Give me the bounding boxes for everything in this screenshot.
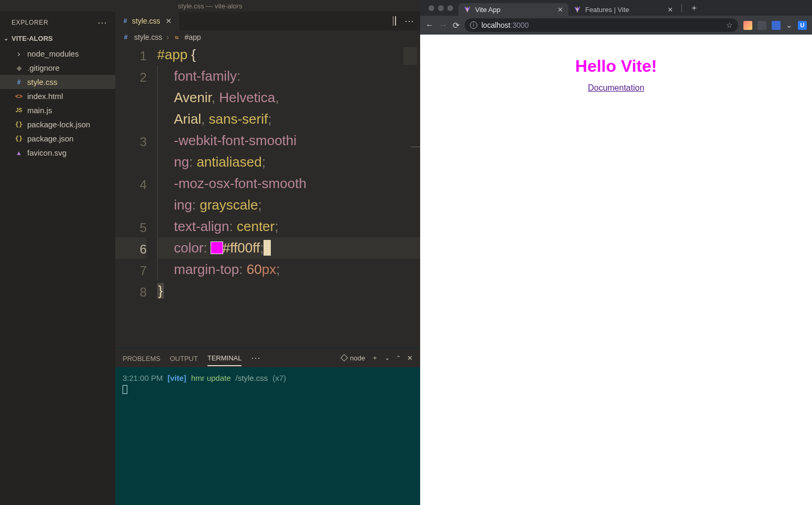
- html-icon: <>: [15, 92, 23, 101]
- file-label: main.js: [27, 106, 52, 115]
- new-terminal-icon[interactable]: ＋: [371, 353, 378, 363]
- address-bar[interactable]: i localhost:3000 ☆: [465, 18, 738, 32]
- breadcrumb-symbol[interactable]: #app: [184, 33, 201, 41]
- maximize-panel-icon[interactable]: ⌃: [396, 355, 401, 361]
- back-button[interactable]: ←: [425, 20, 434, 30]
- file-package-json[interactable]: {}package.json: [0, 131, 115, 146]
- file-label: style.css: [27, 78, 58, 86]
- new-tab-button[interactable]: ＋: [685, 1, 704, 16]
- css-file-icon: #: [122, 17, 129, 25]
- tab-output[interactable]: OUTPUT: [170, 350, 197, 366]
- file-label: package.json: [27, 134, 73, 143]
- vite-favicon-icon: [464, 6, 471, 13]
- explorer-more-icon[interactable]: ⋯: [97, 17, 108, 28]
- extension-icon[interactable]: [758, 21, 766, 30]
- site-info-icon[interactable]: i: [470, 21, 477, 29]
- explorer-title: EXPLORER: [12, 19, 48, 26]
- file-label: package-lock.json: [27, 120, 90, 129]
- browser-tab[interactable]: Features | Vite ✕: [568, 3, 678, 16]
- file-tree: ›node_modules◆.gitignore#style.css<>inde…: [0, 46, 115, 161]
- tab-label: style.css: [132, 17, 160, 25]
- terminal-output[interactable]: 3:21:00 PM [vite] hmr update /style.css …: [115, 367, 420, 505]
- explorer-sidebar: EXPLORER ⋯ ⌄ VITE-ALORS ›node_modules◆.g…: [0, 12, 115, 505]
- reload-button[interactable]: ⟳: [453, 20, 459, 30]
- file-label: node_modules: [27, 49, 79, 58]
- file-style-css[interactable]: #style.css: [0, 75, 115, 89]
- file--gitignore[interactable]: ◆.gitignore: [0, 61, 115, 75]
- bottom-panel: PROBLEMS OUTPUT TERMINAL ⋯ node ＋ ⌄ ⌃ ✕: [115, 348, 420, 505]
- css-file-icon: #: [122, 33, 130, 41]
- terminal-dropdown-icon[interactable]: ⌄: [385, 354, 390, 361]
- bookmark-icon[interactable]: ☆: [726, 21, 733, 29]
- pocket-icon[interactable]: ⌄: [786, 20, 793, 30]
- url-host: localhost: [481, 21, 510, 29]
- breadcrumbs[interactable]: # style.css › ⇆ #app: [115, 30, 420, 44]
- tab-style-css[interactable]: # style.css ✕: [115, 12, 179, 30]
- editor-more-icon[interactable]: ⋯: [404, 15, 415, 27]
- file-package-lock-json[interactable]: {}package-lock.json: [0, 117, 115, 131]
- file-label: index.html: [27, 92, 63, 101]
- file-main-js[interactable]: JSmain.js: [0, 103, 115, 117]
- url-port: :3000: [510, 21, 529, 29]
- window-controls[interactable]: [423, 5, 458, 11]
- forward-button[interactable]: →: [439, 20, 447, 30]
- symbol-icon: ⇆: [173, 34, 180, 41]
- close-panel-icon[interactable]: ✕: [407, 354, 413, 362]
- close-tab-icon[interactable]: ✕: [163, 17, 174, 25]
- js-icon: JS: [15, 106, 23, 115]
- code-editor[interactable]: 12345678 #app {font-family:Avenir, Helve…: [115, 44, 420, 348]
- terminal-task-label[interactable]: node: [342, 354, 365, 362]
- tab-title: Vite App: [475, 6, 500, 14]
- chevron-right-icon: ›: [167, 33, 169, 41]
- browser-window: Vite App ✕ Features | Vite ✕ | ＋ ← → ⟳ i…: [420, 0, 812, 505]
- panel-more-icon[interactable]: ⋯: [251, 352, 261, 364]
- css-icon: #: [15, 78, 23, 86]
- page-content: Hello Vite! Documentation: [420, 35, 812, 505]
- file-label: .gitignore: [27, 63, 60, 72]
- project-header[interactable]: ⌄ VITE-ALORS: [0, 31, 115, 46]
- file-favicon-svg[interactable]: ▲favicon.svg: [0, 146, 115, 160]
- extension-icons: ⌄ U: [743, 20, 807, 30]
- svg-icon: ▲: [15, 149, 23, 157]
- browser-toolbar: ← → ⟳ i localhost:3000 ☆ ⌄ U: [420, 16, 812, 35]
- extension-icon[interactable]: [772, 21, 781, 30]
- vite-favicon-icon: [574, 6, 581, 13]
- tab-terminal[interactable]: TERMINAL: [207, 350, 242, 366]
- vscode-titlebar: style.css — vite-alors: [0, 0, 420, 12]
- extension-icon[interactable]: [743, 21, 752, 30]
- extension-icon[interactable]: U: [798, 21, 807, 30]
- editor-tabbar: # style.css ✕ ⋯: [115, 12, 420, 30]
- page-heading: Hello Vite!: [420, 57, 812, 76]
- close-tab-icon[interactable]: ✕: [557, 6, 563, 14]
- vscode-window: style.css — vite-alors EXPLORER ⋯ ⌄ VITE…: [0, 0, 420, 505]
- json-icon: {}: [15, 135, 23, 143]
- close-tab-icon[interactable]: ✕: [667, 6, 673, 14]
- chevron-down-icon: ⌄: [2, 35, 9, 42]
- json-icon: {}: [15, 120, 23, 129]
- browser-tabstrip: Vite App ✕ Features | Vite ✕ | ＋: [420, 0, 812, 16]
- chev-icon: ›: [15, 50, 23, 58]
- browser-tab-active[interactable]: Vite App ✕: [458, 3, 568, 16]
- breadcrumb-file[interactable]: style.css: [134, 33, 162, 41]
- git-icon: ◆: [15, 64, 23, 72]
- split-editor-icon[interactable]: [395, 17, 396, 25]
- file-index-html[interactable]: <>index.html: [0, 89, 115, 103]
- tab-title: Features | Vite: [585, 6, 629, 14]
- file-node-modules[interactable]: ›node_modules: [0, 47, 115, 61]
- file-label: favicon.svg: [27, 148, 67, 157]
- tab-problems[interactable]: PROBLEMS: [123, 350, 160, 366]
- terminal-cursor: [123, 385, 127, 394]
- project-name: VITE-ALORS: [12, 35, 53, 42]
- documentation-link[interactable]: Documentation: [588, 83, 644, 93]
